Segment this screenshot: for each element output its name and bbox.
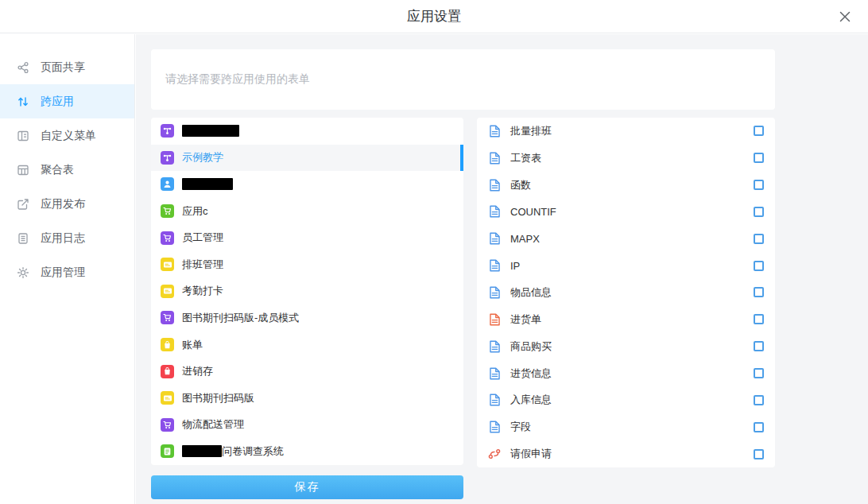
form-doc-icon — [488, 421, 501, 433]
page-title: 应用设置 — [0, 0, 868, 33]
form-list-item[interactable]: 商品购买 — [477, 333, 775, 360]
checkbox[interactable] — [754, 314, 764, 324]
app-list-item[interactable]: 排班管理 — [151, 251, 463, 278]
cross-app-icon — [17, 95, 29, 108]
org-chart-icon — [161, 151, 174, 165]
sidebar-item-aggregate-table[interactable]: 聚合表 — [0, 153, 134, 187]
bag-icon — [161, 338, 174, 351]
card-icon — [161, 258, 174, 271]
app-label: 排班管理 — [182, 258, 223, 272]
app-label: 图书期刊扫码版 — [182, 391, 254, 405]
form-list-item[interactable]: 进货单 — [477, 306, 775, 333]
form-picker-placeholder: 请选择需要跨应用使用的表单 — [165, 72, 310, 87]
form-label: 入库信息 — [510, 393, 754, 407]
form-list-item[interactable]: 进货信息 — [477, 360, 775, 387]
checkbox[interactable] — [754, 207, 764, 217]
form-label: 进货信息 — [510, 366, 754, 381]
sidebar-item-app-publish[interactable]: 应用发布 — [0, 187, 134, 221]
app-list-item[interactable]: 账单 — [151, 331, 463, 359]
redacted-text — [182, 445, 222, 457]
sidebar-item-app-manage[interactable]: 应用管理 — [0, 255, 134, 289]
save-button[interactable]: 保存 — [151, 475, 463, 499]
checkbox[interactable] — [754, 368, 764, 378]
form-label: 批量排班 — [510, 124, 754, 138]
org-chart-icon — [161, 124, 174, 138]
form-doc-icon — [488, 394, 501, 406]
app-label: 示例教学 — [182, 150, 223, 165]
form-list-item[interactable]: 批量排班 — [477, 118, 775, 145]
form-doc-icon — [488, 232, 501, 245]
aggregate-table-icon — [17, 164, 29, 176]
doc-pen-icon — [161, 444, 174, 458]
app-list-item[interactable]: 员工管理 — [151, 224, 463, 251]
checkbox[interactable] — [754, 261, 764, 271]
form-list-item[interactable]: 入库信息 — [477, 386, 775, 413]
cart-icon — [161, 231, 174, 245]
form-doc-icon — [488, 205, 501, 218]
bag-icon — [161, 365, 174, 378]
cart-icon — [161, 204, 174, 218]
form-list-item[interactable]: 函数 — [477, 172, 775, 199]
form-list-item[interactable]: 请假申请 — [477, 440, 775, 467]
app-list-item[interactable]: 图书期刊扫码版 — [151, 385, 463, 412]
form-label: 字段 — [510, 420, 754, 434]
app-list-item[interactable]: 进销存 — [151, 358, 463, 385]
form-label: 商品购买 — [510, 339, 754, 354]
share-icon — [17, 61, 29, 74]
form-doc-icon — [488, 367, 501, 380]
app-list-item[interactable]: 示例教学 — [151, 145, 463, 172]
app-list-item[interactable]: 应用c — [151, 198, 463, 225]
checkbox[interactable] — [754, 234, 764, 244]
person-icon — [161, 177, 174, 191]
app-list-item[interactable] — [151, 118, 463, 145]
sidebar-item-app-log[interactable]: 应用日志 — [0, 221, 134, 255]
app-label: 图书期刊扫码版-成员模式 — [182, 311, 299, 325]
app-list: 示例教学应用c员工管理排班管理考勤打卡图书期刊扫码版-成员模式账单进销存图书期刊… — [151, 118, 463, 465]
app-list-item[interactable]: 物流配送管理 — [151, 412, 463, 439]
app-list-item[interactable]: 考勤打卡 — [151, 278, 463, 305]
sidebar-item-label: 聚合表 — [41, 163, 74, 177]
app-list-item[interactable] — [151, 171, 463, 198]
checkbox[interactable] — [754, 287, 764, 297]
sidebar-item-custom-menu[interactable]: 自定义菜单 — [0, 118, 134, 153]
form-picker-input[interactable]: 请选择需要跨应用使用的表单 — [151, 49, 775, 110]
sidebar-item-label: 应用管理 — [41, 266, 85, 280]
form-list-item[interactable]: MAPX — [477, 225, 775, 252]
sidebar-item-label: 页面共享 — [41, 60, 85, 75]
form-doc-icon — [488, 259, 501, 272]
app-list-item[interactable]: 图书期刊扫码版-成员模式 — [151, 304, 463, 331]
form-doc-icon — [488, 125, 501, 138]
form-label: 请假申请 — [510, 447, 754, 461]
form-list-item[interactable]: IP — [477, 252, 775, 279]
form-label: 工资表 — [510, 151, 754, 165]
form-doc-icon — [488, 340, 501, 353]
app-label: 考勤打卡 — [182, 284, 223, 298]
checkbox[interactable] — [754, 126, 764, 136]
form-list-item[interactable]: 物品信息 — [477, 279, 775, 306]
form-doc-icon — [488, 286, 501, 299]
app-label: 账单 — [182, 338, 203, 352]
card-icon — [161, 391, 174, 405]
workflow-icon — [488, 448, 501, 460]
checkbox[interactable] — [754, 341, 764, 351]
app-label: 物流配送管理 — [182, 417, 244, 432]
log-icon — [17, 232, 29, 245]
checkbox[interactable] — [754, 422, 764, 432]
checkbox[interactable] — [754, 153, 764, 163]
checkbox[interactable] — [754, 449, 764, 459]
checkbox[interactable] — [754, 180, 764, 190]
form-list-item[interactable]: COUNTIF — [477, 199, 775, 226]
app-label: 应用c — [182, 204, 208, 219]
app-list-item[interactable]: 问卷调查系统 — [151, 438, 463, 465]
form-label: IP — [510, 260, 754, 272]
app-label: 员工管理 — [182, 231, 223, 245]
dialog-header: 应用设置 — [0, 0, 868, 33]
close-icon[interactable] — [836, 8, 854, 25]
form-list-item[interactable]: 工资表 — [477, 145, 775, 172]
form-label: 进货单 — [510, 312, 754, 327]
form-list-item[interactable]: 字段 — [477, 413, 775, 440]
sidebar-item-cross-app[interactable]: 跨应用 — [0, 84, 134, 118]
checkbox[interactable] — [754, 395, 764, 405]
sidebar-item-page-share[interactable]: 页面共享 — [0, 50, 134, 84]
cart-icon — [161, 418, 174, 432]
